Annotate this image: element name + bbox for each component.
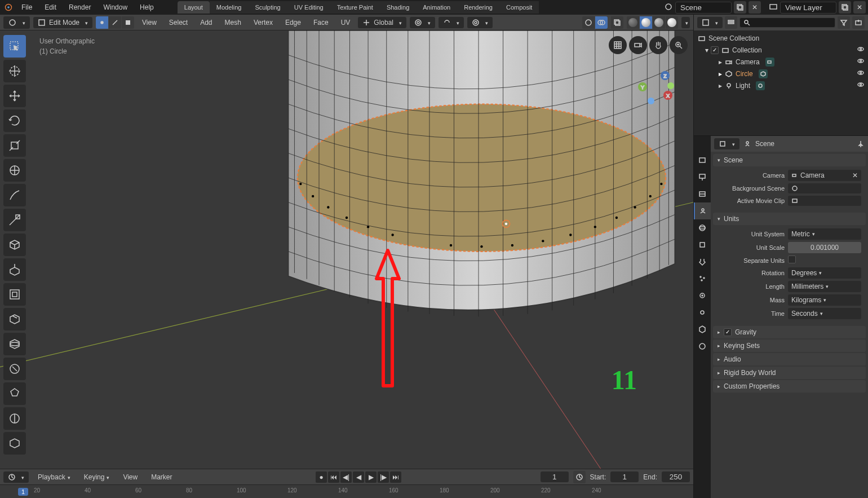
tree-item-camera[interactable]: ▸ Camera xyxy=(694,56,868,68)
vp-menu-mesh[interactable]: Mesh xyxy=(220,17,246,28)
prop-tab-render[interactable] xyxy=(694,152,711,169)
menu-edit[interactable]: Edit xyxy=(39,1,62,14)
tool-loopcut[interactable] xyxy=(3,333,26,355)
disclosure-icon[interactable]: ▾ xyxy=(705,46,708,54)
tl-menu-playback[interactable]: Playback xyxy=(33,471,75,483)
prop-tab-scene[interactable] xyxy=(694,202,711,219)
timeline-ruler[interactable]: 1 20406080100120140160180200220240 xyxy=(0,484,693,498)
shading-options-dropdown[interactable] xyxy=(681,17,690,28)
tool-smooth[interactable] xyxy=(3,432,26,455)
clip-field[interactable] xyxy=(788,196,861,206)
tool-move[interactable] xyxy=(3,85,26,107)
workspace-tab-modeling[interactable]: Modeling xyxy=(210,1,249,14)
vp-menu-select[interactable]: Select xyxy=(165,17,192,28)
camera-data-icon[interactable] xyxy=(765,58,774,67)
keyframe-next-icon[interactable]: |▶ xyxy=(378,471,389,483)
panel-audio[interactable]: Audio xyxy=(713,353,866,365)
visibility-icon[interactable] xyxy=(857,45,865,55)
navigation-gizmo[interactable]: Z Y X xyxy=(631,64,676,109)
shading-matprev-icon[interactable] xyxy=(653,16,665,29)
unit-scale-input[interactable]: 0.001000 xyxy=(788,242,861,253)
workspace-tab-rendering[interactable]: Rendering xyxy=(457,1,499,14)
panel-units[interactable]: Units xyxy=(713,213,866,225)
prop-tab-world[interactable] xyxy=(694,219,711,236)
tool-rotate[interactable] xyxy=(3,109,26,132)
tool-annotate[interactable] xyxy=(3,184,26,206)
shading-solid-icon[interactable] xyxy=(640,16,652,29)
workspace-tab-animation[interactable]: Animation xyxy=(416,1,457,14)
mesh-data-icon[interactable] xyxy=(759,69,768,78)
menu-help[interactable]: Help xyxy=(134,1,160,14)
gizmo-camera-icon[interactable] xyxy=(629,36,647,54)
disclosure-icon[interactable]: ▸ xyxy=(719,70,722,78)
vp-menu-view[interactable]: View xyxy=(138,17,161,28)
workspace-tab-shading[interactable]: Shading xyxy=(380,1,416,14)
tool-add-cube[interactable] xyxy=(3,233,26,256)
tool-bevel[interactable] xyxy=(3,308,26,330)
autokey-toggle[interactable]: ● xyxy=(316,471,327,483)
tl-menu-keying[interactable]: Keying xyxy=(79,471,114,483)
outliner-display-dropdown[interactable] xyxy=(725,16,737,29)
gizmo-grid-icon[interactable] xyxy=(609,36,627,54)
prop-tab-material[interactable] xyxy=(694,338,711,355)
panel-keying[interactable]: Keying Sets xyxy=(713,340,866,352)
select-vertex-icon[interactable] xyxy=(96,16,108,29)
viewport-canvas[interactable]: User Orthographic (1) Circle xyxy=(0,30,693,469)
mode-dropdown[interactable]: Edit Mode xyxy=(33,17,92,28)
disclosure-icon[interactable]: ▸ xyxy=(719,58,722,66)
scene-name-input[interactable] xyxy=(675,2,732,14)
vp-menu-face[interactable]: Face xyxy=(309,17,333,28)
vp-menu-edge[interactable]: Edge xyxy=(281,17,305,28)
visibility-icon[interactable] xyxy=(857,69,865,78)
tool-polybuild[interactable] xyxy=(3,382,26,405)
tool-measure[interactable] xyxy=(3,209,26,231)
pin-icon[interactable] xyxy=(857,140,865,148)
menu-window[interactable]: Window xyxy=(98,1,133,14)
tool-inset[interactable] xyxy=(3,283,26,306)
tree-item-light[interactable]: ▸ Light xyxy=(694,80,868,91)
workspace-tab-layout[interactable]: Layout xyxy=(178,1,210,14)
delete-viewlayer-icon[interactable]: ✕ xyxy=(853,1,866,14)
workspace-tab-texturepaint[interactable]: Texture Paint xyxy=(330,1,380,14)
current-frame-marker[interactable]: 1 xyxy=(18,488,28,496)
new-scene-icon[interactable] xyxy=(734,1,746,14)
start-frame-input[interactable] xyxy=(610,471,639,482)
workspace-tab-uvediting[interactable]: UV Editing xyxy=(287,1,330,14)
pivot-dropdown[interactable] xyxy=(410,17,435,28)
snap-dropdown[interactable] xyxy=(439,17,464,28)
gizmo-visibility-icon[interactable] xyxy=(582,16,595,29)
tool-select-box[interactable] xyxy=(3,35,26,58)
rotation-dropdown[interactable]: Degrees xyxy=(788,267,861,279)
tl-menu-view[interactable]: View xyxy=(118,471,142,483)
tool-scale[interactable] xyxy=(3,134,26,157)
vp-menu-add[interactable]: Add xyxy=(196,17,216,28)
gizmo-pan-icon[interactable] xyxy=(649,36,667,54)
vp-menu-uv[interactable]: UV xyxy=(336,17,355,28)
panel-custom[interactable]: Custom Properties xyxy=(713,380,866,393)
tool-transform[interactable] xyxy=(3,159,26,182)
gravity-checkbox[interactable] xyxy=(724,328,732,336)
select-edge-icon[interactable] xyxy=(109,16,121,29)
length-dropdown[interactable]: Millimeters xyxy=(788,281,861,292)
jump-end-icon[interactable]: ⏭ xyxy=(390,471,401,483)
prop-tab-viewlayer[interactable] xyxy=(694,186,711,202)
prop-tab-modifiers[interactable] xyxy=(694,253,711,270)
outliner-mode-dropdown[interactable] xyxy=(697,17,723,28)
disclosure-icon[interactable]: ▸ xyxy=(719,82,722,90)
panel-gravity[interactable]: Gravity xyxy=(713,326,866,338)
camera-field[interactable]: Camera✕ xyxy=(788,170,861,181)
delete-scene-icon[interactable]: ✕ xyxy=(749,1,761,14)
jump-start-icon[interactable]: ⏮ xyxy=(328,471,339,483)
current-frame-input[interactable] xyxy=(541,471,569,482)
select-face-icon[interactable] xyxy=(122,16,134,29)
prop-tab-data[interactable] xyxy=(694,321,711,338)
prop-tab-object[interactable] xyxy=(694,236,711,253)
menu-file[interactable]: File xyxy=(16,1,38,14)
prop-tab-physics[interactable] xyxy=(694,287,711,304)
visibility-icon[interactable] xyxy=(857,57,865,67)
time-dropdown[interactable]: Seconds xyxy=(788,308,861,319)
shading-wireframe-icon[interactable] xyxy=(627,16,639,29)
vp-menu-vertex[interactable]: Vertex xyxy=(249,17,277,28)
tree-collection[interactable]: ▾ Collection xyxy=(694,44,868,56)
outliner-search[interactable] xyxy=(739,17,835,28)
